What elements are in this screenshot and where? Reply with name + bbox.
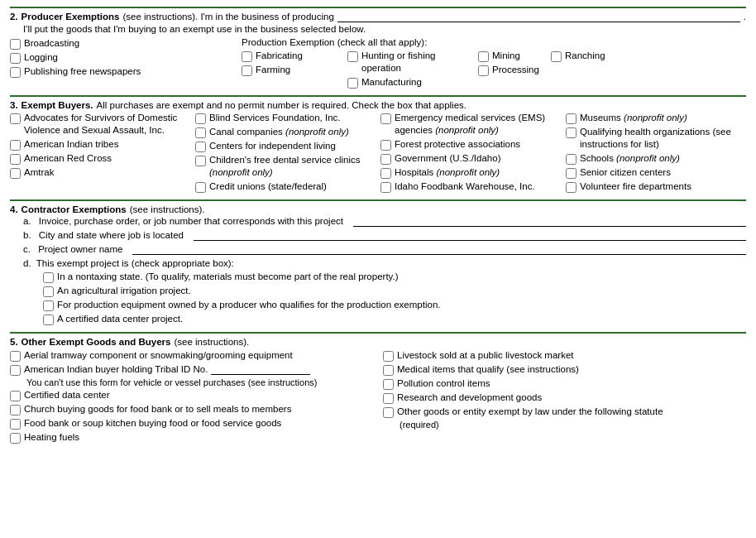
- checkbox-idaho-foodbank[interactable]: Idaho Foodbank Warehouse, Inc.: [380, 180, 554, 193]
- checkbox-church-buying[interactable]: Church buying goods for food bank or to …: [10, 403, 365, 416]
- checkbox-logging[interactable]: Logging: [10, 51, 233, 64]
- checkbox-medical-items[interactable]: Medical items that qualify (see instruct…: [383, 363, 738, 376]
- page-container: 2. Producer Exemptions (see instructions…: [0, 0, 756, 457]
- section5-instructions: (see instructions).: [174, 337, 249, 347]
- checkbox-heating-fuels[interactable]: Heating fuels: [10, 431, 365, 444]
- checkbox-forest-protective[interactable]: Forest protective associations: [380, 138, 554, 151]
- checkbox-hospitals[interactable]: Hospitals (nonprofit only): [380, 166, 554, 179]
- prod-col4: Ranching: [551, 50, 617, 90]
- section-5: 5. Other Exempt Goods and Buyers (see in…: [10, 332, 746, 449]
- contractor-item-b: b. City and state where job is located: [23, 230, 746, 241]
- section-4: 4. Contractor Exemptions (see instructio…: [10, 199, 746, 330]
- section-3: 3. Exempt Buyers. All purchases are exem…: [10, 95, 746, 198]
- checkbox-qualifying-health[interactable]: Qualifying health organizations (see ins…: [566, 126, 739, 151]
- checkbox-pollution-control[interactable]: Pollution control items: [383, 377, 738, 390]
- prod-exemption-label: Production Exemption (check all that app…: [242, 37, 746, 47]
- checkbox-american-indian-tribes[interactable]: American Indian tribes: [10, 138, 184, 151]
- contractor-label-a: Invoice, purchase order, or job number t…: [36, 216, 343, 226]
- checkbox-volunteer-fire[interactable]: Volunteer fire departments: [566, 180, 739, 193]
- checkbox-childrens-dental[interactable]: Children's free dental service clinics (…: [195, 154, 369, 179]
- checkbox-museums[interactable]: Museums (nonprofit only): [566, 112, 739, 124]
- contractor-input-a[interactable]: [353, 216, 746, 227]
- section4-header: 4. Contractor Exemptions (see instructio…: [10, 204, 746, 214]
- checkbox-american-indian-buyer[interactable]: American Indian buyer holding Tribal ID …: [10, 363, 208, 376]
- exempt-col3: Emergency medical services (EMS) agencie…: [380, 112, 562, 195]
- checkbox-certified-data[interactable]: Certified data center: [10, 389, 365, 401]
- section-2: 2. Producer Exemptions (see instructions…: [10, 7, 746, 94]
- checkbox-research-development[interactable]: Research and development goods: [383, 391, 738, 404]
- section2-instructions: (see instructions). I'm in the business …: [122, 12, 333, 22]
- contractor-letter-b: b.: [23, 230, 31, 240]
- checkbox-credit-unions[interactable]: Credit unions (state/federal): [195, 180, 369, 193]
- exempt-col2: Blind Services Foundation, Inc. Canal co…: [195, 112, 377, 195]
- checkbox-fabricating[interactable]: Fabricating: [242, 50, 333, 62]
- section3-title: Exempt Buyers.: [22, 100, 93, 110]
- tribal-id-input[interactable]: [211, 364, 310, 375]
- section2-header: 2. Producer Exemptions (see instructions…: [10, 12, 746, 22]
- checkbox-certified-data-center[interactable]: A certified data center project.: [43, 313, 738, 325]
- checkbox-ranching[interactable]: Ranching: [551, 50, 609, 62]
- contractor-letter-c: c.: [23, 244, 31, 254]
- checkbox-centers-independent[interactable]: Centers for independent living: [195, 140, 369, 152]
- checkbox-aerial-tramway[interactable]: Aerial tramway component or snowmaking/g…: [10, 349, 365, 362]
- checkbox-government[interactable]: Government (U.S./Idaho): [380, 152, 554, 165]
- contractor-input-b[interactable]: [194, 230, 746, 241]
- section4-number: 4.: [10, 204, 18, 214]
- other-goods-col1: Aerial tramway component or snowmaking/g…: [10, 349, 373, 445]
- prod-col1: Fabricating Farming: [242, 50, 341, 90]
- section2-subtitle: I'll put the goods that I'm buying to an…: [10, 24, 746, 34]
- section2-title: Producer Exemptions: [22, 12, 120, 22]
- checkbox-hunting[interactable]: Hunting or fishing operation: [347, 50, 463, 74]
- checkbox-manufacturing[interactable]: Manufacturing: [347, 76, 463, 89]
- checkbox-broadcasting[interactable]: Broadcasting: [10, 37, 233, 50]
- checkbox-production-equipment[interactable]: For production equipment owned by a prod…: [43, 299, 738, 311]
- checkbox-food-bank[interactable]: Food bank or soup kitchen buying food or…: [10, 417, 365, 430]
- contractor-d-options: In a nontaxing state. (To qualify, mater…: [23, 271, 746, 325]
- contractor-letter-a: a.: [23, 216, 31, 226]
- checkbox-blind-services[interactable]: Blind Services Foundation, Inc.: [195, 112, 369, 124]
- contractor-label-c: Project owner name: [36, 244, 122, 254]
- prod-right-checkboxes: Fabricating Farming Hunting or fishing o…: [242, 50, 746, 90]
- section4-items: a. Invoice, purchase order, or job numbe…: [10, 216, 746, 325]
- contractor-input-c[interactable]: [132, 244, 746, 255]
- tribal-note: You can't use this form for vehicle or v…: [10, 377, 373, 387]
- producer-business-input[interactable]: [337, 12, 740, 22]
- required-note: (required): [383, 420, 746, 430]
- exempt-col4: Museums (nonprofit only) Qualifying heal…: [566, 112, 748, 195]
- checkbox-advocates[interactable]: Advocates for Survivors of Domestic Viol…: [10, 112, 184, 137]
- section3-number: 3.: [10, 100, 18, 110]
- exempt-col1: Advocates for Survivors of Domestic Viol…: [10, 112, 192, 195]
- checkbox-publishing[interactable]: Publishing free newspapers: [10, 65, 233, 78]
- checkbox-american-red-cross[interactable]: American Red Cross: [10, 152, 184, 165]
- checkbox-mining[interactable]: Mining: [478, 50, 536, 62]
- section5-header: 5. Other Exempt Goods and Buyers (see in…: [10, 337, 746, 347]
- checkbox-other-goods[interactable]: Other goods or entity exempt by law unde…: [383, 406, 738, 418]
- prod-col3: Mining Processing: [478, 50, 544, 90]
- checkbox-schools[interactable]: Schools (nonprofit only): [566, 152, 739, 165]
- checkbox-agricultural-irrigation[interactable]: An agricultural irrigation project.: [43, 285, 738, 297]
- checkbox-senior-citizen[interactable]: Senior citizen centers: [566, 166, 739, 179]
- checkbox-nontaxing-state[interactable]: In a nontaxing state. (To qualify, mater…: [43, 271, 738, 283]
- section4-instructions: (see instructions).: [130, 204, 205, 214]
- checkbox-canal-companies[interactable]: Canal companies (nonprofit only): [195, 126, 369, 138]
- prod-col2: Hunting or fishing operation Manufacturi…: [347, 50, 471, 90]
- section3-header: 3. Exempt Buyers. All purchases are exem…: [10, 100, 746, 110]
- exempt-buyers-grid: Advocates for Survivors of Domestic Viol…: [10, 112, 746, 195]
- section5-number: 5.: [10, 337, 18, 347]
- contractor-item-a: a. Invoice, purchase order, or job numbe…: [23, 216, 746, 227]
- checkbox-processing[interactable]: Processing: [478, 64, 536, 76]
- tribal-id-row: American Indian buyer holding Tribal ID …: [10, 363, 373, 376]
- checkbox-farming[interactable]: Farming: [242, 64, 333, 76]
- checkbox-livestock[interactable]: Livestock sold at a public livestock mar…: [383, 349, 738, 362]
- checkbox-emergency-medical[interactable]: Emergency medical services (EMS) agencie…: [380, 112, 554, 137]
- other-goods-grid: Aerial tramway component or snowmaking/g…: [10, 349, 746, 445]
- period: .: [744, 12, 746, 22]
- contractor-label-b: City and state where job is located: [36, 230, 184, 240]
- checkbox-amtrak[interactable]: Amtrak: [10, 166, 184, 179]
- other-goods-col2: Livestock sold at a public livestock mar…: [383, 349, 746, 445]
- contractor-item-c: c. Project owner name: [23, 244, 746, 255]
- prod-left-col: Broadcasting Logging Publishing free new…: [10, 37, 242, 90]
- section2-number: 2.: [10, 12, 18, 22]
- section5-title: Other Exempt Goods and Buyers: [22, 337, 171, 347]
- section4-title: Contractor Exemptions: [22, 204, 127, 214]
